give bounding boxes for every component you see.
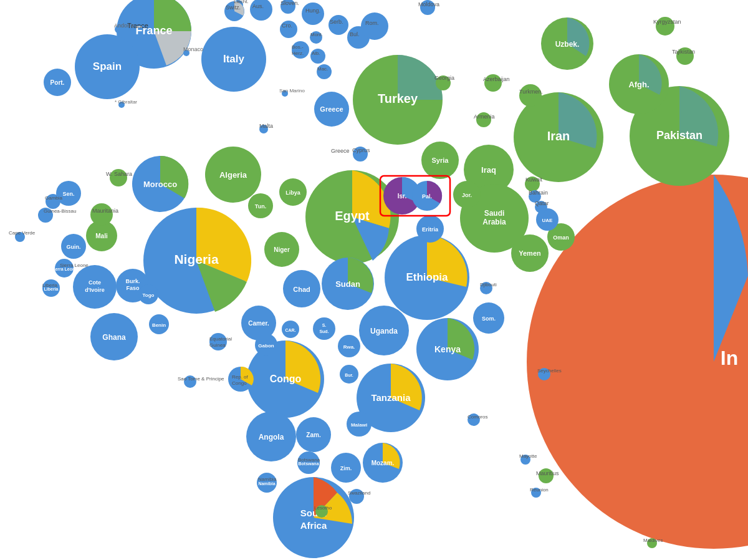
bubble-mozamb[interactable]: Mozam. [363, 443, 403, 483]
bubble-gabon[interactable]: Gabon [255, 334, 277, 356]
bubble-rwanda[interactable]: Rwa. [338, 335, 360, 357]
bubble-namibia[interactable]: Namibia [257, 473, 277, 493]
svg-text:Egypt: Egypt [335, 209, 370, 223]
label-malta-standalone: Malta [259, 123, 273, 129]
bubble-syria[interactable]: Syria [421, 142, 459, 179]
bubble-portugal[interactable]: Port. [44, 69, 71, 96]
bubble-guinea[interactable]: Guin. [61, 234, 86, 259]
bubble-ethiopia[interactable]: Ethiopia [385, 235, 469, 320]
bubble-angola[interactable]: Angola [246, 412, 296, 461]
label-rom: Rom. [365, 20, 379, 26]
bubble-cotedivoire[interactable]: Cote d'Ivoire [73, 265, 117, 309]
label-namibia: Namibia [258, 476, 277, 482]
svg-text:Guin.: Guin. [67, 244, 81, 250]
svg-text:Cote: Cote [89, 279, 101, 286]
label-capeverde: Cape Verde [9, 230, 36, 236]
label-liberia: Liberia [42, 282, 58, 288]
bubble-turkmen[interactable] [519, 84, 542, 107]
label-guinbissau: Guinea-Bissau [44, 208, 76, 214]
bubble-serbia[interactable] [328, 15, 348, 35]
bubble-hungary[interactable] [302, 2, 324, 25]
bubble-niger[interactable]: Niger [264, 232, 299, 267]
svg-text:Benin: Benin [152, 322, 166, 328]
svg-text:UAE: UAE [542, 218, 554, 223]
bubble-zambia[interactable]: Zam. [296, 417, 331, 452]
bubble-yemen[interactable]: Yemen [511, 234, 549, 272]
svg-text:Som.: Som. [482, 316, 496, 322]
label-repcongo: Rep. of [232, 374, 249, 380]
label-bul: Bul. [350, 31, 360, 37]
bubble-ssud[interactable]: S. Sud. [313, 317, 335, 340]
svg-text:Burk.: Burk. [125, 278, 140, 284]
bubble-tunisia[interactable]: Tun. [248, 193, 273, 218]
label-maldives: Maldives [643, 538, 663, 543]
bubble-greece[interactable]: Greece [314, 92, 349, 127]
bubble-palestine[interactable]: Pal. [412, 181, 442, 211]
svg-text:Gabon: Gabon [258, 343, 274, 349]
svg-text:In: In [721, 347, 738, 369]
svg-text:Afgh.: Afgh. [628, 80, 649, 89]
label-tajik: Tajikistan [672, 49, 695, 55]
bubble-togo[interactable]: Togo [138, 284, 158, 304]
label-djibouti: Djibouti [480, 282, 497, 287]
label-lesotho: Lesotho [314, 505, 332, 511]
bubble-chad[interactable]: Chad [283, 270, 320, 307]
bubble-benin[interactable]: Benin [149, 314, 169, 334]
svg-text:Kenya: Kenya [434, 344, 461, 354]
svg-text:Jor.: Jor. [462, 192, 472, 198]
bubble-spain[interactable]: Spain [75, 34, 140, 99]
label-kuwait: Kuwait [525, 176, 543, 183]
bubble-egypt[interactable]: Egypt [305, 170, 399, 264]
label-liechtenstein: Liecht. [234, 0, 249, 4]
label-kyrgyz: Kyrgyzstan [653, 19, 681, 25]
svg-text:Congo: Congo [270, 374, 302, 384]
svg-text:Italy: Italy [223, 53, 245, 65]
label-bahrain: Bahrain [529, 190, 548, 196]
bubble-southafrica[interactable]: South Africa [273, 477, 354, 558]
svg-text:Bur.: Bur. [345, 373, 353, 377]
bubble-eritrea[interactable]: Eritria [416, 215, 444, 243]
svg-text:Spain: Spain [93, 60, 122, 72]
bubble-ghana[interactable]: Ghana [90, 313, 138, 360]
bubble-nigeria[interactable]: Nigeria [143, 208, 251, 314]
svg-text:Port.: Port. [50, 79, 65, 86]
bubble-uzbek[interactable]: Uzbek. [541, 17, 593, 70]
bubble-romania[interactable] [361, 12, 388, 40]
bubble-sudan[interactable]: Sudan [322, 258, 374, 310]
bubble-libya[interactable]: Libya [279, 178, 307, 206]
label-gambia: Gambia [45, 195, 63, 201]
svg-text:Faso: Faso [126, 285, 140, 291]
bubble-turkey[interactable]: Turkey [353, 55, 443, 145]
bubble-zimbabwe[interactable]: Zim. [331, 453, 361, 483]
svg-text:Angola: Angola [259, 433, 284, 442]
bubble-italy[interactable]: Italy [201, 27, 266, 92]
label-sanmarino: San Marino [279, 88, 305, 94]
label-serb: Serb. [330, 19, 343, 25]
svg-text:Rwa.: Rwa. [343, 344, 355, 350]
svg-text:Africa: Africa [300, 520, 327, 531]
label-sloven: Sloven. [280, 0, 299, 6]
bubble-jordan[interactable]: Jor. [453, 181, 481, 208]
label-qatar: Qatar [535, 200, 549, 206]
bubble-morocco[interactable]: Morocco [132, 156, 188, 212]
svg-text:Algeria: Algeria [219, 170, 247, 180]
bubble-botswana[interactable]: Botswana [297, 451, 320, 474]
svg-text:Mali: Mali [95, 233, 108, 239]
bubble-car[interactable]: CAR. [282, 321, 299, 338]
label-repcongo2: Congo [232, 380, 247, 386]
label-andorra: Andorra [114, 22, 134, 29]
bubble-somalia[interactable]: Som. [473, 302, 504, 334]
bubble-burundi[interactable]: Bur. [340, 365, 358, 384]
bubble-sierraleon[interactable]: Sierra Leone [51, 259, 78, 278]
svg-text:Libya: Libya [285, 190, 301, 196]
bubble-kenya[interactable]: Kenya [416, 318, 479, 380]
bubble-uganda[interactable]: Uganda [359, 306, 409, 355]
bubble-algeria[interactable]: Algeria [205, 147, 261, 203]
svg-text:Mozam.: Mozam. [372, 460, 395, 466]
bubble-afgh[interactable]: Afgh. [609, 54, 669, 114]
bubble-malawi[interactable]: Malawi [347, 412, 372, 437]
label-seychelles: Seychelles [537, 368, 562, 374]
svg-text:Ethiopia: Ethiopia [406, 271, 448, 283]
bubble-mauritania[interactable] [90, 203, 113, 226]
svg-text:Uganda: Uganda [370, 327, 398, 336]
